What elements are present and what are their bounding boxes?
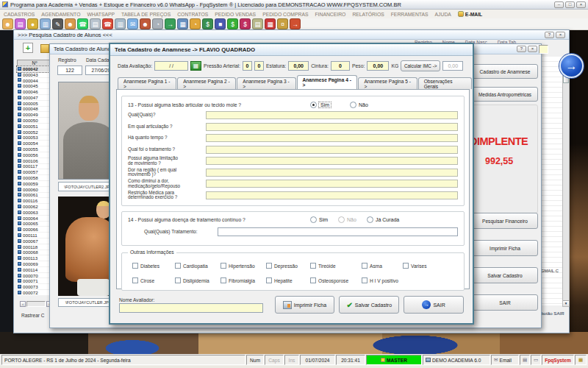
add-student-icon[interactable]: + — [23, 43, 33, 53]
checkbox[interactable] — [132, 277, 138, 283]
status-email[interactable]: ✉ Email — [491, 355, 519, 365]
anamnese-field-input[interactable] — [206, 123, 458, 131]
calcular-imc-button[interactable]: Calcular IMC -> — [401, 60, 440, 71]
stats-icon[interactable]: ▦ — [177, 18, 188, 29]
scroll-left-icon[interactable]: ‹ — [20, 301, 26, 307]
menu-item[interactable]: PEDIDO VENDAS — [215, 12, 256, 17]
medidas-antropometricas-button[interactable]: Medidas Antropométricas — [472, 87, 538, 102]
checkbox[interactable] — [175, 263, 181, 269]
close-icon[interactable]: × — [556, 32, 565, 38]
estatura-field[interactable]: 0,00 — [288, 61, 309, 71]
document-icon[interactable]: ▤ — [90, 18, 101, 29]
student-row[interactable]: 000072 — [17, 290, 52, 296]
student-row[interactable]: 000057 — [17, 169, 52, 175]
student-row[interactable]: 000114 — [17, 267, 52, 273]
anamnese-field-input[interactable] — [206, 191, 458, 199]
pressao-diastolica-field[interactable]: 0 — [254, 61, 264, 71]
menu-item[interactable]: WHATSAPP — [87, 12, 115, 17]
help-button[interactable]: ? — [517, 46, 526, 52]
q14-nao-radio[interactable] — [338, 216, 345, 223]
student-row[interactable]: 000117 — [17, 164, 52, 170]
student-row[interactable]: 000054 — [17, 141, 52, 146]
expense-icon[interactable]: $ — [240, 18, 251, 29]
help-button[interactable]: ? — [545, 32, 554, 38]
student-row[interactable]: 000113 — [17, 255, 52, 261]
student-row[interactable]: 000070 — [17, 273, 52, 279]
student-row[interactable]: 000071 — [17, 278, 52, 284]
salvar-cadastro-button[interactable]: Salvar Cadastro — [472, 267, 538, 283]
peso-field[interactable]: 0,00 — [367, 61, 389, 71]
checkbox[interactable] — [266, 263, 272, 269]
student-row[interactable]: 000118 — [17, 244, 52, 250]
student-row[interactable]: 000047 — [17, 95, 52, 101]
menu-item[interactable]: FERRAMENTAS — [391, 12, 429, 17]
student-row[interactable]: 000051 — [17, 124, 52, 130]
q13-nao-radio[interactable] — [350, 102, 356, 108]
checkbox[interactable] — [220, 277, 226, 283]
menu-item[interactable]: AJUDA — [435, 12, 451, 17]
registro-field[interactable]: 122 — [57, 66, 82, 75]
treadmill-icon[interactable]: → — [165, 18, 176, 29]
q13-sim-radio[interactable] — [310, 102, 317, 108]
checkbox[interactable] — [132, 263, 138, 269]
pressao-sistolica-field[interactable]: 0 — [243, 61, 252, 71]
checkbox[interactable] — [310, 263, 316, 269]
maximize-button[interactable]: □ — [565, 1, 575, 8]
income-icon[interactable]: $ — [227, 18, 238, 29]
pesquisar-financeiro-button[interactable]: Pesquisar Financeiro — [472, 213, 538, 229]
menu-item[interactable]: PEDIDO COMPRAS — [262, 12, 308, 17]
anamnese-field-input[interactable] — [206, 180, 458, 188]
card-icon[interactable]: ■ — [215, 18, 226, 29]
avancar-button[interactable]: → — [559, 54, 584, 78]
phone-icon[interactable]: ☎ — [102, 18, 113, 29]
menu-item[interactable]: TABELA DE PREÇOS — [121, 12, 171, 17]
student-row[interactable]: 000053 — [17, 135, 52, 141]
student-row[interactable]: 000065 — [17, 222, 52, 227]
close-icon[interactable]: × — [528, 46, 537, 52]
anamnese-tab[interactable]: Ananmese Pagina 1 -> — [118, 77, 176, 89]
folder-icon[interactable] — [40, 44, 49, 53]
clients-icon[interactable]: ☻ — [65, 18, 76, 29]
status-monitor[interactable]: ▭ — [531, 355, 541, 365]
salvar-cadastro-button[interactable]: ✔ Salvar Cadastro — [339, 296, 399, 314]
anamnese-tab[interactable]: Observações Gerais — [418, 77, 472, 89]
calendar-icon[interactable]: ▦ — [190, 61, 201, 71]
student-row[interactable]: 000073 — [17, 284, 52, 290]
menu-item[interactable]: AGENDAMENTO — [41, 12, 80, 17]
student-row[interactable]: 000066 — [17, 227, 52, 233]
student-row[interactable]: 000043 — [17, 72, 52, 78]
anamnese-tab[interactable]: Ananmese Pagina 4 -> — [297, 75, 358, 89]
q14-curada-radio[interactable] — [367, 216, 373, 223]
contract-icon[interactable]: ✎ — [52, 18, 63, 29]
chart-icon[interactable]: ◔ — [190, 18, 201, 29]
student-row[interactable]: 000061 — [17, 193, 52, 199]
list-horizontal-scrollbar[interactable]: ‹ › — [20, 301, 52, 307]
menu-item[interactable]: CONTRATOS — [177, 12, 208, 17]
checkbox[interactable] — [220, 263, 226, 269]
turnstile-icon[interactable]: ◔ — [152, 18, 163, 29]
student-row[interactable]: 000046 — [17, 89, 52, 95]
money-icon[interactable]: $ — [202, 18, 213, 29]
status-printer[interactable]: ▤ — [520, 355, 530, 365]
nome-avaliador-input[interactable] — [119, 303, 263, 313]
close-button[interactable]: × — [576, 1, 586, 8]
menu-item-email[interactable]: E-MAIL — [458, 11, 482, 17]
anamnese-field-input[interactable] — [206, 111, 458, 119]
imprimir-ficha-button[interactable]: Imprimir Ficha — [472, 240, 538, 256]
checkbox[interactable] — [266, 277, 272, 283]
whatsapp-icon[interactable]: ☎ — [77, 18, 88, 29]
student-row[interactable]: 000060 — [17, 187, 52, 193]
minimize-button[interactable]: – — [554, 1, 564, 8]
grid-vertical-scrollbar[interactable]: ▲ ▼ — [562, 57, 570, 307]
cintura-field[interactable]: 0 — [331, 61, 350, 71]
imprimir-ficha-button[interactable]: Imprimir Ficha — [275, 296, 335, 314]
anamnese-field-input[interactable] — [206, 146, 458, 154]
scrollbar-track[interactable] — [26, 301, 46, 307]
medal-icon[interactable]: ● — [27, 18, 38, 29]
menu-item[interactable]: CADASTROS — [4, 12, 35, 17]
scroll-down-icon[interactable]: ▼ — [563, 300, 569, 306]
anamnese-field-input[interactable] — [206, 157, 458, 165]
data-avaliacao-field[interactable]: / / — [154, 61, 188, 71]
search-field[interactable] — [539, 45, 548, 54]
student-row[interactable]: 000050 — [17, 118, 52, 124]
